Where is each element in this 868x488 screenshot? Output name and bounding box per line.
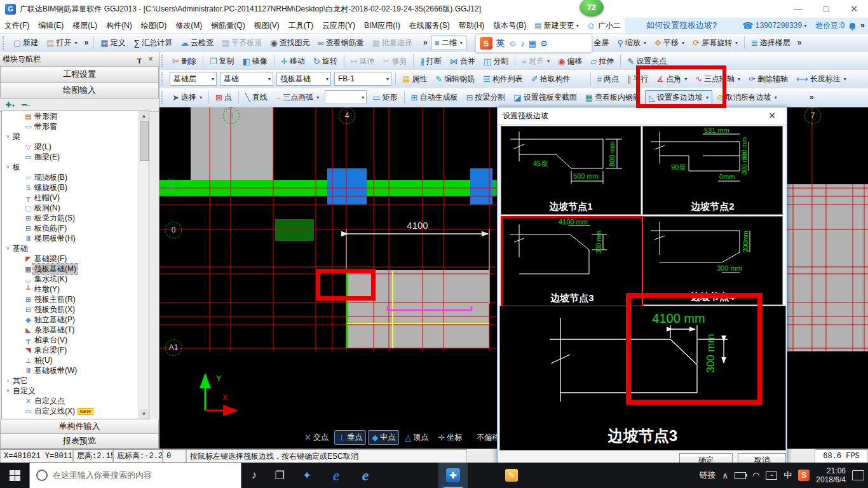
toolbar-button[interactable]: ➤ 选择 [168,90,206,105]
toolbar-button[interactable]: ■ 二维 [431,36,466,50]
tree-item[interactable]: ▦ 筏板基础(M) [2,264,149,274]
tree-twisty-icon[interactable]: ˅ [4,388,11,394]
toolbar-button[interactable]: » [807,91,817,104]
help-question-link[interactable]: 如何设置筏板边坡? [646,20,717,31]
snap-toggle-button[interactable]: ✛ 坐标 [434,430,466,445]
taskbar-app-icon[interactable]: ✎ [497,463,526,488]
tree-item[interactable]: ▭ 带形窗 [2,121,149,132]
taskbar-app-icon[interactable] [380,463,409,488]
bell-icon[interactable] [850,23,855,29]
toolbar-button[interactable]: ▤ 打开 [43,36,81,50]
toolbar-button[interactable]: ▦ 平齐板顶 [218,36,266,50]
toolbar-button[interactable]: ✥ 平移 [651,36,688,50]
account-button[interactable]: ☎ 13907298339▾ [738,20,810,30]
action-center-icon[interactable] [852,470,864,480]
tree-twisty-icon[interactable]: ˅ [4,164,11,170]
toolbar-button[interactable]: ∑ 汇总计算 [130,36,176,50]
toolbar-button[interactable] [395,72,396,85]
taskbar-app-icon[interactable] [409,463,438,488]
tree-item[interactable]: ˅ 板 [2,162,149,172]
scrollbar-thumb[interactable] [140,121,149,161]
tree-item[interactable]: ⊟ 板负筋(F) [2,223,149,233]
toolbar-grip[interactable] [3,36,7,50]
tree-item[interactable]: ◡ 集水坑(K) [2,274,149,284]
battery-icon[interactable] [735,472,746,479]
slope-node-option-3[interactable]: 4100 mm 300 mm 边坡节点3 [501,216,644,308]
task-view-icon[interactable]: ❐ [267,463,292,488]
taskbar-app-icon[interactable] [468,463,497,488]
toolbar-button[interactable]: ▦ 定义 [97,36,129,50]
dialog-title-bar[interactable]: 设置筏板边坡 ✕ [498,107,787,125]
menu-item[interactable]: 构件(N) [102,18,137,33]
tree-item[interactable]: ✕ 自定义点 [2,396,149,406]
tree-scrollbar[interactable]: ▲ ▼ [139,111,149,419]
toolbar-button[interactable] [238,91,239,104]
emoji-icon[interactable]: ☺ [508,39,517,48]
menu-item[interactable]: 钢筋量(Q) [207,18,249,33]
start-button[interactable] [0,463,29,488]
toolbar-button[interactable] [590,72,591,85]
tree-item[interactable]: ◆ 独立基础(P) [2,315,149,325]
snap-toggle-button[interactable]: ✕ 交点 [301,430,332,445]
toolbar-button[interactable]: 筏板基础 [276,72,331,86]
toolbar-grip[interactable] [161,55,166,67]
assistant-button[interactable]: ☺ 广小二 [583,20,625,31]
toolbar-button[interactable]: FB-1 [334,72,391,86]
tree-item[interactable]: ⊥ 桩(U) [2,355,149,365]
slope-node-option-2[interactable]: 531 mm 300 mm 300 mm 90度 0mm 边坡节点2 [642,126,783,215]
snap-toggle-button[interactable]: ⊥ 垂点 [334,430,366,445]
tree-item[interactable]: ┳ 桩承台(V) [2,335,149,345]
tree-item[interactable]: ▭ 圈梁(E) [2,152,149,162]
wifi-icon[interactable]: ◠ [752,471,759,480]
toolbar-button[interactable]: ✎ 编辑钢筋 [431,72,478,86]
sogou-tray-icon[interactable]: S [798,470,810,481]
toolbar-button[interactable]: ◉ 查找图元 [266,36,313,50]
toolbar-button[interactable]: ⊞ 自动生成板 [407,90,462,105]
taskbar-search-box[interactable]: 在这里输入你要搜索的内容 [29,462,241,488]
toolbar-button[interactable] [274,55,275,67]
toolbar-button[interactable] [203,55,203,67]
beans-label[interactable]: 造价豆:0 [815,20,844,31]
pin-icon[interactable]: ┰ [133,55,145,64]
toolbar-button[interactable]: ◫ 分割 [480,54,512,69]
toolbar-button[interactable]: ▤ 属性 [398,72,431,86]
tree-item[interactable]: ⊞ 筏板主筋(R) [2,294,149,304]
toolbar-button[interactable]: ✂ 修剪 [379,54,411,69]
toolbar-button[interactable]: ↦ 延伸 [347,54,379,69]
toolbar-button[interactable]: ∞ 查看钢筋量 [315,36,368,50]
snap-toggle-button[interactable]: ◆ 中点 [368,430,399,445]
toolbar-button[interactable]: ✐ 拾取构件 [527,72,574,86]
toolbar-button[interactable]: ╲ 直线 [241,90,271,105]
tree-item[interactable]: ▱ 现浇板(B) [2,172,149,182]
mic-icon[interactable]: ♪ [241,463,267,488]
toolbar-button[interactable] [93,36,94,49]
slope-node-option-4[interactable]: 200mm 300 mm 边坡节点4 [642,216,783,305]
tree-item[interactable]: Ⅲ 楼层板带(H) [2,233,149,243]
minimize-button[interactable]: — [784,0,812,18]
snap-toggle-button[interactable]: △ 顶点 [401,430,432,445]
menu-item[interactable]: 版本号(B) [489,18,531,33]
tree-item[interactable]: ˅ 梁 [2,132,149,142]
toolbar-grip[interactable] [161,91,166,104]
tree-item[interactable]: ▢ 板洞(N) [2,203,149,213]
clock[interactable]: 21:06 2018/6/4 [816,466,846,484]
maximize-button[interactable]: □ [812,0,840,18]
toolbar-button[interactable]: ⟳ 屏幕旋转 [689,36,742,50]
taskbar-app-icon[interactable]: e [322,463,351,488]
toolbar-button[interactable] [620,55,621,67]
toolbar-button[interactable]: ▱ 拉伸 [587,54,618,69]
toolbar-button[interactable]: ▭ 矩形 [369,90,401,105]
tree-item[interactable]: ┻ 柱墩(Y) [2,284,149,294]
toolbar-button[interactable]: ✑ 删除辅轴 [745,72,792,86]
toolbar-button[interactable]: » [795,36,804,49]
toolbar-button[interactable]: ⊠ 点 [212,90,236,105]
toolbar-button[interactable]: ◪ 设置筏板变截面 [510,90,580,105]
toolbar-button[interactable] [325,90,367,104]
toolbar-button[interactable]: ◉ 偏移 [554,54,586,69]
tree-item[interactable]: ⊞ 板受力筋(S) [2,213,149,223]
toolbar-button[interactable]: » [421,36,430,49]
tray-link-label[interactable]: 链接 [699,470,715,481]
toolbar-button[interactable]: # 两点 [593,72,623,86]
menu-item[interactable]: 云应用(Y) [318,18,360,33]
single-component-input-button[interactable]: 单构件输入 [0,419,159,434]
